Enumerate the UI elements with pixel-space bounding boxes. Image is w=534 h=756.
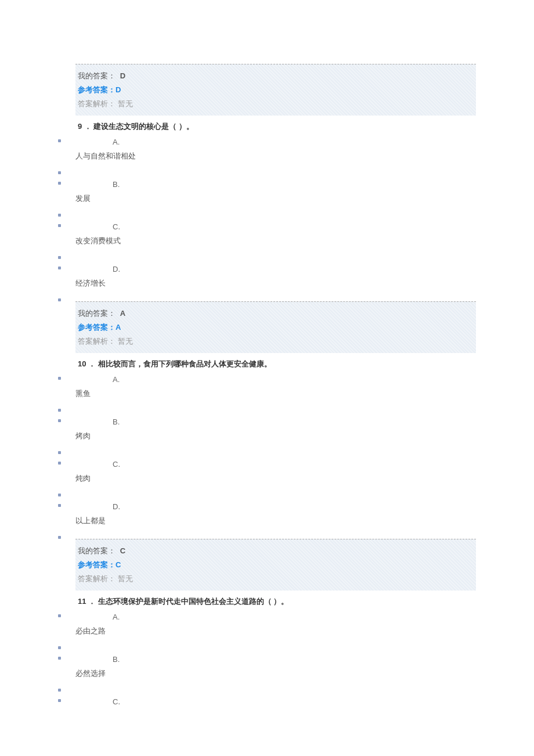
ref-answer-value: A — [116, 323, 121, 332]
option-spacer — [58, 252, 476, 259]
option-text-10-c: 炖肉 — [75, 471, 476, 489]
bullet-icon — [58, 214, 61, 217]
option-letter: D. — [113, 500, 476, 513]
answer-block-prev: 我的答案： D 参考答案：D 答案解析： 暂无 — [75, 64, 476, 116]
question-10: 10 ． 相比较而言，食用下列哪种食品对人体更安全健康。 — [75, 355, 476, 373]
option-10-c: C. — [58, 458, 476, 471]
my-answer-row: 我的答案： C — [75, 544, 476, 558]
bullet-icon — [58, 298, 61, 301]
option-text-10-d: 以上都是 — [75, 513, 476, 532]
option-letter: C. — [113, 695, 476, 708]
question-number: 9 — [78, 122, 82, 131]
my-answer-label: 我的答案： — [78, 71, 116, 80]
ref-answer-row: 参考答案：C — [75, 558, 476, 572]
bullet-icon — [58, 139, 61, 142]
option-10-d: D. — [58, 500, 476, 513]
ref-answer-row: 参考答案：A — [75, 321, 476, 334]
option-text-11-a: 必由之路 — [75, 624, 476, 642]
analysis-value: 暂无 — [118, 99, 133, 108]
ref-answer-label: 参考答案： — [78, 560, 116, 569]
option-11-a: A. — [58, 610, 476, 624]
question-sep: ． — [88, 597, 98, 606]
bullet-icon — [58, 646, 61, 649]
option-spacer — [58, 642, 476, 649]
option-9-b: B. — [58, 178, 476, 191]
question-number: 11 — [78, 597, 86, 606]
analysis-label: 答案解析： — [78, 337, 116, 345]
option-text-9-d: 经济增长 — [75, 276, 476, 294]
option-letter: A. — [113, 610, 476, 624]
option-9-a: A. — [58, 135, 476, 149]
ref-answer-row: 参考答案：D — [75, 83, 476, 97]
question-text: 相比较而言，食用下列哪种食品对人体更安全健康。 — [98, 359, 272, 368]
option-10-a: A. — [58, 373, 476, 386]
option-letter: C. — [113, 458, 476, 471]
ref-answer-label: 参考答案： — [78, 323, 116, 332]
bullet-icon — [58, 267, 61, 269]
option-text-11-b: 必然选择 — [75, 666, 476, 685]
option-text-10-a: 熏鱼 — [75, 386, 476, 405]
bullet-icon — [58, 536, 61, 539]
ref-answer-value: D — [116, 85, 121, 94]
question-sep: ． — [88, 359, 98, 368]
analysis-value: 暂无 — [118, 574, 133, 583]
option-spacer — [58, 405, 476, 412]
question-11: 11 ． 生态环境保护是新时代走中国特色社会主义道路的（ ）。 — [75, 593, 476, 610]
option-spacer — [58, 489, 476, 496]
bullet-icon — [58, 657, 61, 660]
option-10-b: B. — [58, 415, 476, 429]
option-spacer — [58, 532, 476, 539]
option-spacer — [58, 685, 476, 692]
my-answer-label: 我的答案： — [78, 309, 116, 318]
option-letter: C. — [113, 220, 476, 233]
option-letter: A. — [113, 135, 476, 149]
option-9-d: D. — [58, 262, 476, 276]
option-letter: B. — [113, 653, 476, 666]
option-letter: B. — [113, 178, 476, 191]
analysis-label: 答案解析： — [78, 574, 116, 583]
bullet-icon — [58, 462, 61, 465]
option-9-c: C. — [58, 220, 476, 233]
option-spacer — [58, 167, 476, 174]
bullet-icon — [58, 171, 61, 174]
bullet-icon — [58, 451, 61, 454]
analysis-row: 答案解析： 暂无 — [75, 572, 476, 586]
bullet-icon — [58, 256, 61, 259]
my-answer-label: 我的答案： — [78, 546, 116, 555]
bullet-icon — [58, 494, 61, 496]
option-spacer — [58, 210, 476, 217]
option-spacer — [58, 447, 476, 454]
my-answer-row: 我的答案： D — [75, 69, 476, 83]
analysis-row: 答案解析： 暂无 — [75, 334, 476, 348]
analysis-value: 暂无 — [118, 337, 133, 345]
my-answer-row: 我的答案： A — [75, 307, 476, 321]
bullet-icon — [58, 409, 61, 412]
question-9: 9 ． 建设生态文明的核心是（ ）。 — [75, 118, 476, 135]
answer-block-10: 我的答案： C 参考答案：C 答案解析： 暂无 — [75, 539, 476, 591]
ref-answer-value: C — [116, 560, 121, 569]
question-sep: ． — [84, 122, 94, 131]
my-answer-value: A — [120, 309, 125, 318]
question-number: 10 — [78, 359, 86, 368]
option-text-9-a: 人与自然和谐相处 — [75, 149, 476, 167]
option-text-9-b: 发展 — [75, 191, 476, 210]
bullet-icon — [58, 689, 61, 692]
bullet-icon — [58, 614, 61, 617]
my-answer-value: C — [120, 546, 125, 555]
bullet-icon — [58, 504, 61, 507]
analysis-label: 答案解析： — [78, 99, 116, 108]
answer-block-9: 我的答案： A 参考答案：A 答案解析： 暂无 — [75, 301, 476, 353]
option-text-10-b: 烤肉 — [75, 429, 476, 447]
option-spacer — [58, 294, 476, 301]
option-letter: A. — [113, 373, 476, 386]
option-11-b: B. — [58, 653, 476, 666]
option-text-9-c: 改变消费模式 — [75, 233, 476, 252]
bullet-icon — [58, 224, 61, 227]
question-text: 建设生态文明的核心是（ ）。 — [93, 122, 194, 131]
bullet-icon — [58, 419, 61, 422]
bullet-icon — [58, 377, 61, 380]
bullet-icon — [58, 699, 61, 702]
question-text: 生态环境保护是新时代走中国特色社会主义道路的（ ）。 — [98, 597, 289, 606]
analysis-row: 答案解析： 暂无 — [75, 97, 476, 111]
ref-answer-label: 参考答案： — [78, 85, 116, 94]
